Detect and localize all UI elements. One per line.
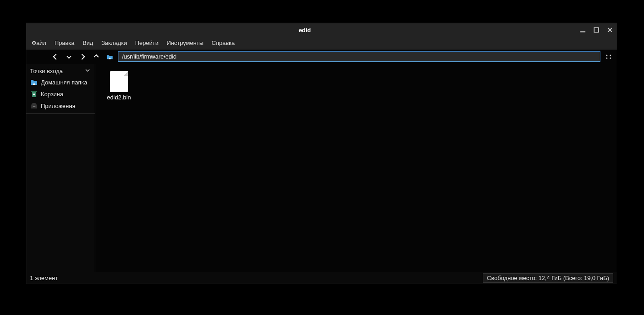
body-area: Точки входа Домашняя папка Корзина xyxy=(26,64,617,272)
sidebar-separator xyxy=(26,113,95,114)
nav-home-button[interactable] xyxy=(104,51,115,62)
svg-point-10 xyxy=(610,58,611,59)
sidebar-item-label: Приложения xyxy=(41,103,75,109)
sidebar-item-trash[interactable]: Корзина xyxy=(26,88,95,100)
file-manager-window: edid Файл Правка Вид Закладки Перейти Ин… xyxy=(26,23,617,284)
sidebar-item-label: Корзина xyxy=(41,91,64,98)
svg-point-8 xyxy=(606,58,608,59)
sidebar-item-home[interactable]: Домашняя папка xyxy=(26,76,95,88)
maximize-button[interactable] xyxy=(593,27,600,33)
menu-help[interactable]: Справка xyxy=(208,38,238,48)
sidebar-item-apps[interactable]: Приложения xyxy=(26,100,95,112)
nav-back-button[interactable] xyxy=(50,51,61,62)
svg-point-4 xyxy=(53,56,54,57)
svg-point-9 xyxy=(610,55,611,56)
file-icon xyxy=(110,71,128,92)
nav-up-button[interactable] xyxy=(91,51,102,62)
home-folder-icon xyxy=(30,78,38,86)
menu-view[interactable]: Вид xyxy=(79,38,97,48)
file-view[interactable]: edid2.bin xyxy=(95,64,617,272)
svg-point-5 xyxy=(84,56,85,57)
view-options-button[interactable] xyxy=(603,51,614,62)
chevron-down-icon xyxy=(85,68,90,74)
close-button[interactable] xyxy=(607,27,613,33)
titlebar[interactable]: edid xyxy=(26,23,617,37)
sidebar-header-label: Точки входа xyxy=(30,68,63,74)
menu-bookmarks[interactable]: Закладки xyxy=(98,38,130,48)
minimize-button[interactable] xyxy=(580,27,586,33)
svg-point-13 xyxy=(33,94,35,95)
sidebar-item-label: Домашняя папка xyxy=(41,79,87,86)
trash-icon xyxy=(30,90,38,98)
sidebar-header[interactable]: Точки входа xyxy=(26,64,95,76)
svg-rect-12 xyxy=(31,91,37,92)
svg-point-6 xyxy=(96,54,97,55)
toolbar xyxy=(26,49,617,64)
statusbar: 1 элемент Свободное место: 12,4 ГиБ (Все… xyxy=(26,272,617,284)
menu-edit[interactable]: Правка xyxy=(51,38,78,48)
menu-go[interactable]: Перейти xyxy=(132,38,162,48)
window-title: edid xyxy=(30,27,580,34)
nav-forward-button[interactable] xyxy=(77,51,88,62)
apps-icon xyxy=(30,102,38,110)
address-bar[interactable] xyxy=(118,51,600,62)
sidebar: Точки входа Домашняя папка Корзина xyxy=(26,64,95,272)
nav-history-button[interactable] xyxy=(64,51,74,62)
menu-tools[interactable]: Инструменты xyxy=(163,38,207,48)
window-controls xyxy=(580,27,613,33)
file-label: edid2.bin xyxy=(107,94,131,101)
file-item[interactable]: edid2.bin xyxy=(101,69,137,103)
status-item-count: 1 элемент xyxy=(30,275,58,281)
svg-rect-1 xyxy=(594,28,599,32)
status-disk-space: Свободное место: 12,4 ГиБ (Всего: 19,0 Г… xyxy=(483,273,613,283)
svg-point-7 xyxy=(606,55,608,56)
svg-rect-14 xyxy=(33,106,35,107)
menu-file[interactable]: Файл xyxy=(28,38,50,48)
menubar: Файл Правка Вид Закладки Перейти Инструм… xyxy=(26,37,617,49)
